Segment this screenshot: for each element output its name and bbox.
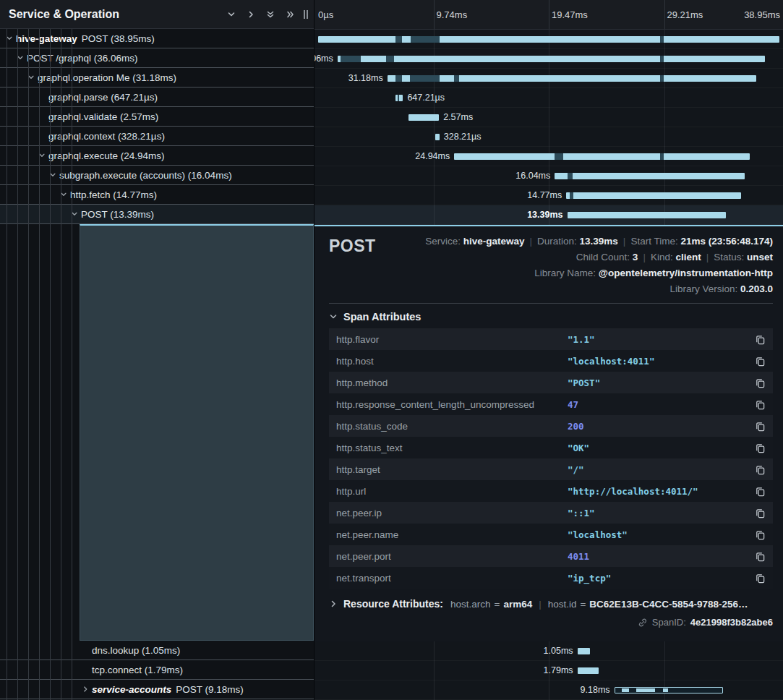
span-bar[interactable] — [555, 173, 745, 179]
attribute-row: net.peer.ip"::1" — [329, 502, 773, 524]
span-tree-row[interactable]: graphql.validate (2.57ms) — [0, 107, 314, 127]
span-id-value: 4e21998f3b82abe6 — [690, 617, 773, 628]
span-bar[interactable] — [454, 153, 749, 160]
span-attributes-table: http.flavor"1.1"http.host"localhost:4011… — [329, 328, 773, 589]
attribute-row: http.response_content_length_uncompresse… — [329, 393, 773, 415]
copy-attribute-button[interactable] — [753, 550, 767, 563]
copy-attribute-button[interactable] — [753, 528, 767, 542]
span-tree-row[interactable]: graphql.parse (647.21µs) — [0, 88, 314, 107]
span-bar[interactable] — [338, 56, 765, 62]
meta-separator: | — [530, 236, 533, 247]
copy-attribute-button[interactable] — [753, 571, 767, 585]
copy-attribute-button[interactable] — [753, 354, 767, 368]
child-span-mark — [660, 36, 663, 43]
service-name: service-accounts — [92, 684, 171, 695]
tree-toolbar — [227, 10, 294, 19]
span-tree-row[interactable]: subgraph.execute (accounts) (16.04ms) — [0, 166, 314, 185]
span-tree-row[interactable]: POST /graphql (36.06ms) — [0, 48, 314, 68]
panel-title: Service & Operation — [9, 8, 227, 21]
copy-attribute-button[interactable] — [753, 376, 767, 390]
meta-label: Service: — [425, 236, 463, 247]
meta-separator: | — [643, 252, 646, 262]
copy-icon — [755, 421, 766, 432]
meta-value: @opentelemetry/instrumentation-http — [599, 268, 773, 278]
span-tree-row[interactable]: service-accountsPOST (9.18ms) — [0, 680, 314, 699]
copy-attribute-button[interactable] — [753, 441, 767, 455]
panel-resize-handle[interactable] — [304, 10, 308, 19]
duration-label: 2.57ms — [443, 112, 473, 122]
ruler-tick: 19.47ms — [552, 9, 588, 20]
ruler-tick: 0µs — [318, 9, 333, 20]
span-label: graphql.operation Me (31.18ms) — [38, 72, 176, 83]
double-chevron-right-icon[interactable] — [286, 10, 294, 19]
attribute-row: net.peer.port4011 — [329, 545, 773, 567]
copy-attribute-button[interactable] — [753, 398, 767, 411]
span-tree-row[interactable]: tcp.connect (1.79ms) — [0, 660, 314, 680]
span-tree-row[interactable]: graphql.operation Me (31.18ms) — [0, 68, 314, 88]
resource-key: host.id — [548, 599, 577, 610]
span-bar[interactable] — [318, 36, 779, 43]
span-attributes-toggle[interactable]: Span Attributes — [329, 311, 773, 323]
span-label: POST /graphql (36.06ms) — [27, 53, 138, 64]
span-tree-row[interactable]: http.fetch (14.77ms) — [0, 185, 314, 205]
child-span-mark — [555, 153, 562, 160]
span-tree-row[interactable]: hive-gatewayPOST (38.95ms) — [0, 29, 314, 48]
indent-guide — [28, 29, 29, 700]
copy-attribute-button[interactable] — [753, 485, 767, 498]
resource-value: BC62E13B-C4CC-5854-9788-256… — [589, 599, 748, 610]
meta-label: Start Time: — [630, 236, 680, 247]
copy-attribute-button[interactable] — [753, 506, 767, 520]
child-span-mark — [436, 75, 440, 82]
attribute-value: "localhost:4011" — [568, 356, 753, 367]
span-bar[interactable] — [566, 192, 741, 199]
span-bar[interactable] — [578, 667, 599, 674]
chevron-down-icon[interactable] — [49, 171, 59, 179]
span-bar[interactable] — [435, 134, 440, 140]
child-span-mark — [341, 56, 361, 62]
timeline-row: 31.18ms — [315, 69, 783, 88]
span-tree-row[interactable]: POST (13.39ms) — [0, 205, 314, 224]
chevron-right-icon[interactable] — [247, 10, 255, 19]
link-icon[interactable] — [638, 618, 648, 628]
span-tree-row[interactable]: graphql.execute (24.94ms) — [0, 146, 314, 166]
copy-attribute-button[interactable] — [753, 419, 767, 433]
child-span-mark — [660, 56, 663, 62]
chevron-down-icon[interactable] — [17, 54, 27, 61]
equals-sign: = — [580, 599, 586, 610]
indent-guide — [39, 29, 40, 700]
chevron-down-icon[interactable] — [38, 152, 48, 159]
span-tree-row[interactable]: dns.lookup (1.05ms) — [0, 641, 314, 660]
span-bar[interactable] — [568, 212, 726, 218]
duration-label: 647.21µs — [407, 93, 445, 103]
chevron-down-icon[interactable] — [6, 35, 16, 42]
span-bar[interactable] — [408, 114, 439, 121]
chevron-down-icon[interactable] — [71, 210, 81, 218]
chevron-down-icon[interactable] — [60, 191, 70, 198]
duration-label: 9.18ms — [581, 685, 610, 695]
span-label: dns.lookup (1.05ms) — [92, 645, 180, 656]
chevron-down-icon[interactable] — [27, 74, 38, 81]
attribute-row: http.status_text"OK" — [329, 437, 773, 458]
chevron-down-icon[interactable] — [227, 10, 236, 19]
resource-attributes-toggle[interactable]: Resource Attributes: host.arch=arm64|hos… — [329, 598, 773, 610]
equals-sign: = — [494, 599, 500, 610]
attribute-key: http.flavor — [336, 334, 568, 345]
span-tree-row[interactable]: graphql.context (328.21µs) — [0, 127, 314, 146]
copy-attribute-button[interactable] — [753, 333, 767, 346]
span-meta-line: Library Version: 0.203.0 — [425, 281, 773, 297]
span-bar[interactable] — [615, 687, 724, 693]
span-meta: Service: hive-gateway|Duration: 13.39ms|… — [425, 234, 773, 297]
indent-guide — [72, 29, 72, 700]
chevron-right-icon[interactable] — [82, 686, 92, 693]
double-chevron-down-icon[interactable] — [266, 10, 275, 19]
span-bar[interactable] — [578, 648, 590, 654]
span-bar[interactable] — [388, 75, 756, 82]
indent-guide — [61, 29, 61, 700]
copy-icon — [755, 551, 766, 562]
indent-guide — [17, 29, 18, 700]
copy-icon — [755, 377, 766, 388]
span-meta-line: Child Count: 3|Kind: client|Status: unse… — [425, 249, 773, 265]
copy-attribute-button[interactable] — [753, 463, 767, 477]
child-span-mark — [660, 75, 663, 82]
copy-icon — [755, 443, 766, 453]
